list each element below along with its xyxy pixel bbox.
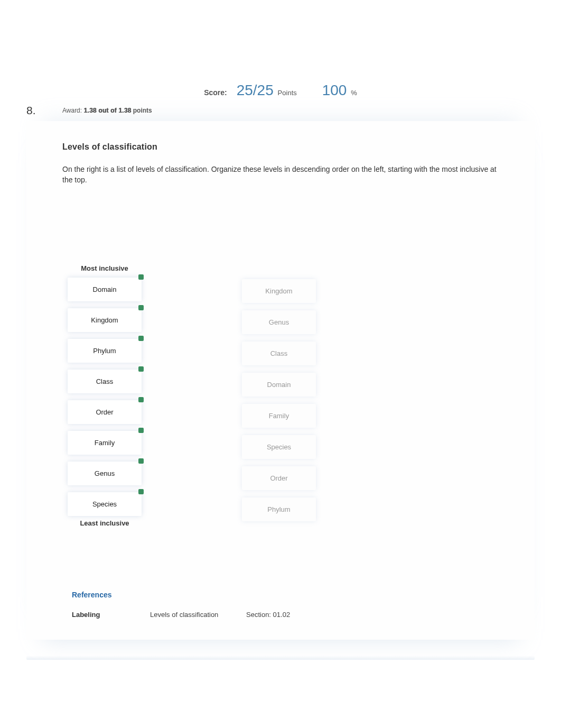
correct-icon <box>138 305 144 310</box>
least-inclusive-label: Least inclusive <box>68 519 142 527</box>
answer-tile[interactable]: Order <box>68 400 142 424</box>
score-label: Score: <box>204 88 227 97</box>
answer-slot-list: Domain Kingdom Phylum Class <box>68 278 142 516</box>
score-points-unit: Points <box>278 89 297 97</box>
answer-tile[interactable]: Phylum <box>68 339 142 363</box>
choice-text: Domain <box>267 381 291 389</box>
choice-text: Class <box>270 349 288 357</box>
answer-text: Class <box>96 377 114 385</box>
choice-column: Kingdom Genus Class Domain Family Specie… <box>242 264 316 527</box>
answer-column: Most inclusive Domain Kingdom Phylum <box>68 264 142 527</box>
answer-tile[interactable]: Domain <box>68 278 142 301</box>
choice-tile[interactable]: Kingdom <box>242 279 316 303</box>
correct-icon <box>138 428 144 433</box>
answer-tile[interactable]: Species <box>68 492 142 516</box>
correct-icon <box>138 336 144 341</box>
answer-text: Family <box>95 439 115 447</box>
score-percent-unit: % <box>351 89 357 97</box>
answer-text: Order <box>96 408 113 416</box>
choice-list: Kingdom Genus Class Domain Family Specie… <box>242 279 316 521</box>
correct-icon <box>138 366 144 372</box>
score-percent: 100 <box>322 82 347 98</box>
choice-tile[interactable]: Species <box>242 435 316 459</box>
choice-tile[interactable]: Order <box>242 466 316 490</box>
answer-text: Phylum <box>93 347 116 355</box>
question-prompt: On the right is a list of levels of clas… <box>62 164 499 185</box>
references-row: Labeling Levels of classification Sectio… <box>72 611 499 619</box>
correct-icon <box>138 397 144 402</box>
question-header: 8. Award: 1.38 out of 1.38 points <box>26 104 535 121</box>
answer-text: Species <box>92 500 117 508</box>
answer-tile[interactable]: Kingdom <box>68 308 142 332</box>
choice-tile[interactable]: Family <box>242 404 316 428</box>
choice-tile[interactable]: Class <box>242 342 316 365</box>
question-number: 8. <box>26 104 62 117</box>
choice-tile[interactable]: Genus <box>242 310 316 334</box>
score-points: 25/25 <box>237 82 274 98</box>
references-topic: Levels of classification <box>150 611 246 619</box>
answer-text: Domain <box>93 285 117 293</box>
question-card: Levels of classification On the right is… <box>26 121 535 640</box>
references-title: References <box>72 591 499 599</box>
choice-text: Family <box>269 412 289 420</box>
choice-text: Genus <box>269 318 289 326</box>
correct-icon <box>138 458 144 464</box>
references-type-label: Labeling <box>72 611 150 619</box>
score-bar: Score: 25/25 Points 100 % <box>26 0 535 104</box>
choice-text: Species <box>267 443 291 451</box>
award-prefix: Award: <box>62 107 82 114</box>
choice-text: Phylum <box>267 505 290 513</box>
answer-text: Genus <box>95 469 115 477</box>
award-line: Award: 1.38 out of 1.38 points <box>62 107 152 114</box>
correct-icon <box>138 274 144 280</box>
choice-text: Kingdom <box>265 287 292 295</box>
choice-text: Order <box>270 474 287 482</box>
award-value: 1.38 out of 1.38 <box>83 107 131 114</box>
question-title: Levels of classification <box>62 142 499 152</box>
references: References Labeling Levels of classifica… <box>72 591 499 619</box>
award-suffix: points <box>131 107 152 114</box>
correct-icon <box>138 489 144 494</box>
answer-tile[interactable]: Genus <box>68 462 142 485</box>
answer-text: Kingdom <box>91 316 118 324</box>
choice-tile[interactable]: Domain <box>242 373 316 397</box>
bottom-shadow <box>26 656 535 660</box>
references-section: Section: 01.02 <box>246 611 290 619</box>
answer-tile[interactable]: Family <box>68 431 142 455</box>
answer-tile[interactable]: Class <box>68 370 142 393</box>
choice-tile[interactable]: Phylum <box>242 497 316 521</box>
most-inclusive-label: Most inclusive <box>68 264 142 272</box>
boards: Most inclusive Domain Kingdom Phylum <box>68 264 499 527</box>
